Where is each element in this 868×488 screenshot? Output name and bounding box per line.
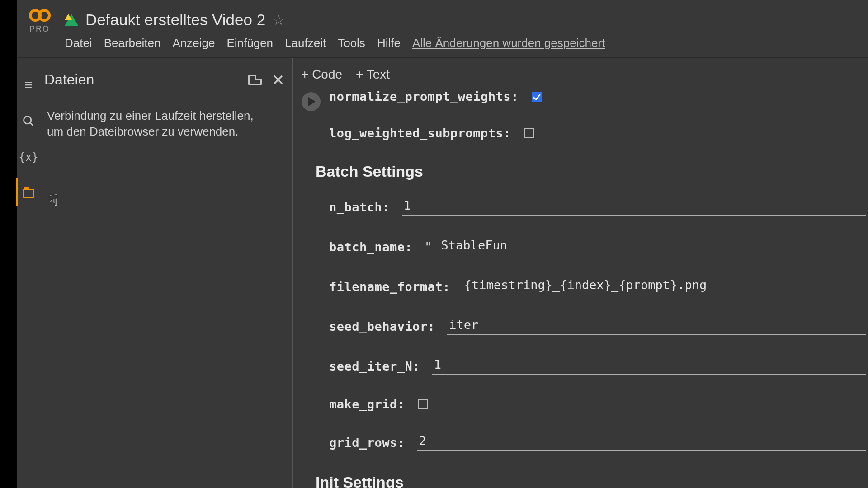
- files-panel-title: Dateien: [44, 71, 94, 88]
- checkbox-make-grid[interactable]: [418, 399, 428, 409]
- variables-icon[interactable]: {x}: [21, 150, 36, 164]
- files-panel-message: Verbindung zu einer Laufzeit herstellen,…: [47, 108, 259, 140]
- input-seed-behavior[interactable]: [447, 318, 866, 335]
- input-seed-iter-n[interactable]: [432, 357, 866, 375]
- menu-anzeige[interactable]: Anzeige: [172, 36, 215, 50]
- drive-icon: [65, 14, 78, 26]
- colab-logo[interactable]: PRO: [23, 9, 57, 34]
- menu-bar: Datei Bearbeiten Anzeige Einfügen Laufze…: [65, 36, 605, 50]
- close-icon[interactable]: ✕: [272, 72, 284, 88]
- label-log-weighted-subprompts: log_weighted_subprompts:: [329, 126, 519, 140]
- field-normalize-prompt-weights: normalize_prompt_weights:: [329, 89, 866, 103]
- label-seed-behavior: seed_behavior:: [329, 319, 443, 333]
- menu-tools[interactable]: Tools: [338, 36, 365, 50]
- menu-hilfe[interactable]: Hilfe: [377, 36, 401, 50]
- checkbox-normalize-prompt-weights[interactable]: [532, 92, 542, 102]
- menu-bearbeiten[interactable]: Bearbeiten: [104, 36, 161, 50]
- label-make-grid: make_grid:: [329, 397, 412, 411]
- left-rail: ≡ {x}: [17, 58, 40, 488]
- field-log-weighted-subprompts: log_weighted_subprompts:: [329, 126, 866, 140]
- field-batch-name: batch_name: ": [329, 238, 866, 255]
- checkbox-log-weighted-subprompts[interactable]: [524, 128, 534, 138]
- input-filename-format[interactable]: [462, 278, 866, 295]
- field-make-grid: make_grid:: [329, 397, 866, 411]
- field-filename-format: filename_format:: [329, 278, 866, 295]
- label-normalize-prompt-weights: normalize_prompt_weights:: [329, 89, 526, 103]
- toc-icon[interactable]: ≡: [21, 78, 36, 92]
- pro-badge: PRO: [29, 24, 50, 34]
- input-grid-rows[interactable]: [417, 434, 866, 451]
- colab-logo-icon: [29, 9, 51, 22]
- notebook-area: + Code + Text normalize_prompt_weights: …: [293, 58, 868, 488]
- svg-line-1: [30, 123, 33, 126]
- svg-point-0: [24, 117, 31, 124]
- form-cell: normalize_prompt_weights: log_weighted_s…: [293, 89, 868, 488]
- files-icon[interactable]: [21, 186, 36, 201]
- app-header: PRO Defaukt erstelltes Video 2 ☆ Datei B…: [17, 0, 868, 57]
- menu-datei[interactable]: Datei: [65, 36, 92, 50]
- field-seed-iter-n: seed_iter_N:: [329, 357, 866, 375]
- label-n-batch: n_batch:: [329, 200, 397, 214]
- menu-laufzeit[interactable]: Laufzeit: [285, 36, 326, 50]
- input-batch-name[interactable]: [432, 238, 866, 255]
- run-cell-button[interactable]: [302, 92, 321, 111]
- label-seed-iter-n: seed_iter_N:: [329, 359, 428, 373]
- cursor-icon: ☟: [49, 191, 58, 209]
- add-text-button[interactable]: + Text: [356, 67, 390, 82]
- save-status[interactable]: Alle Änderungen wurden gespeichert: [412, 36, 605, 50]
- label-batch-name: batch_name:: [329, 240, 420, 254]
- field-n-batch: n_batch:: [329, 198, 866, 216]
- label-grid-rows: grid_rows:: [329, 436, 412, 450]
- label-filename-format: filename_format:: [329, 280, 458, 294]
- files-panel: Dateien ✕ Verbindung zu einer Laufzeit h…: [40, 58, 293, 488]
- section-batch-settings: Batch Settings: [316, 163, 866, 180]
- field-grid-rows: grid_rows:: [329, 434, 866, 451]
- popout-icon[interactable]: [248, 75, 262, 85]
- star-icon[interactable]: ☆: [273, 12, 285, 28]
- play-icon: [308, 97, 316, 106]
- add-code-button[interactable]: + Code: [301, 67, 342, 82]
- search-icon[interactable]: [21, 114, 36, 128]
- menu-einfuegen[interactable]: Einfügen: [226, 36, 273, 50]
- notebook-toolbar: + Code + Text: [293, 62, 868, 87]
- field-seed-behavior: seed_behavior:: [329, 318, 866, 335]
- input-n-batch[interactable]: [402, 198, 866, 216]
- document-title[interactable]: Defaukt erstelltes Video 2: [85, 11, 265, 29]
- section-init-settings: Init Settings: [316, 474, 866, 488]
